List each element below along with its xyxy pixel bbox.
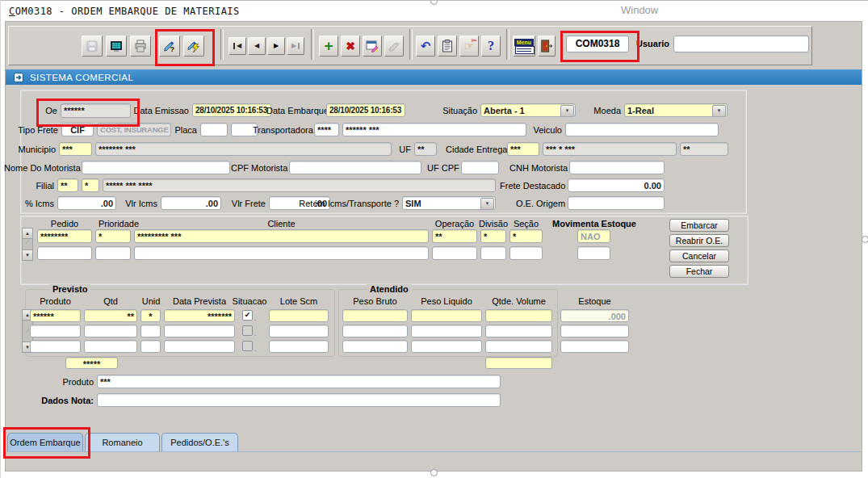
chevron-down-icon[interactable]: ▼: [560, 105, 574, 117]
transportadora-code-field[interactable]: ****: [314, 123, 339, 136]
peso-bruto-cell[interactable]: [342, 309, 408, 322]
lote-scm-cell[interactable]: [269, 340, 329, 353]
cliente-cell[interactable]: ********* ***: [134, 229, 429, 243]
help-button[interactable]: ?: [481, 36, 501, 57]
cancelar-button[interactable]: Cancelar: [669, 249, 729, 262]
print-button[interactable]: [130, 36, 151, 57]
veiculo-field[interactable]: [565, 123, 719, 136]
data-prevista-cell[interactable]: [164, 340, 235, 353]
delete-record-button[interactable]: ✖: [341, 36, 360, 57]
qtd-cell[interactable]: [84, 340, 137, 353]
situacao-checkbox[interactable]: [242, 325, 253, 336]
qtd-cell[interactable]: [84, 325, 137, 338]
placa-field-1[interactable]: [200, 123, 228, 136]
data-prevista-cell[interactable]: *******: [164, 309, 235, 322]
cidade-entrega-name-field: *** * ***: [543, 142, 677, 156]
scroll-track[interactable]: ∕: [23, 239, 32, 249]
qtde-volume-cell[interactable]: [485, 325, 552, 338]
qtd-cell[interactable]: **: [84, 309, 137, 322]
cpf-motorista-field[interactable]: [289, 161, 421, 174]
retem-icms-dropdown[interactable]: SIM ▼: [402, 196, 496, 210]
transportadora-name-field[interactable]: ****** ***: [342, 123, 526, 136]
unid-cell[interactable]: [140, 325, 161, 338]
screen-button[interactable]: [106, 36, 127, 57]
fechar-button[interactable]: Fechar: [669, 265, 729, 278]
peso-liquido-cell[interactable]: [411, 325, 482, 338]
menu-button[interactable]: Menu: [513, 36, 535, 57]
undo-button[interactable]: ↶: [416, 36, 435, 57]
orders-record-scrollbar[interactable]: ▲ ∕ ▼: [22, 228, 33, 261]
embarcar-button[interactable]: Embarcar: [669, 219, 729, 232]
data-prevista-cell[interactable]: [164, 325, 235, 338]
uf-cpf-field[interactable]: [461, 161, 499, 174]
operacao-cell[interactable]: **: [432, 229, 477, 243]
moeda-dropdown[interactable]: 1-Real ▼: [624, 103, 728, 117]
lote-scm-cell[interactable]: [269, 325, 329, 338]
edit-window-button[interactable]: [363, 36, 382, 57]
nome-motorista-field[interactable]: [82, 161, 230, 174]
filial-code1-field[interactable]: **: [57, 178, 78, 192]
divisao-cell[interactable]: *: [480, 229, 506, 243]
operacao-cell[interactable]: [432, 246, 477, 260]
peso-bruto-cell[interactable]: [342, 325, 408, 338]
situacao-dropdown[interactable]: Aberta - 1 ▼: [480, 103, 576, 117]
nav-last-button[interactable]: ▶: [287, 37, 304, 55]
cliente-cell[interactable]: [134, 246, 429, 260]
chevron-down-icon[interactable]: ▼: [480, 198, 494, 210]
dados-nota-field[interactable]: [97, 393, 501, 407]
pedido-cell[interactable]: ********: [37, 229, 92, 243]
produto-cell[interactable]: [30, 340, 81, 353]
secao-cell[interactable]: [509, 246, 543, 260]
nav-prev-button[interactable]: ◀: [248, 37, 266, 55]
peso-bruto-cell[interactable]: [342, 340, 408, 353]
resize-handle-right[interactable]: [862, 236, 868, 243]
municipio-code-field[interactable]: ***: [59, 142, 92, 156]
save-button[interactable]: [82, 36, 103, 57]
reabrir-oe-button[interactable]: Reabrir O.E.: [669, 234, 729, 247]
unid-cell[interactable]: [140, 340, 161, 353]
nav-next-button[interactable]: ▶: [267, 37, 285, 55]
pedido-cell[interactable]: [37, 246, 92, 260]
estoque-cell[interactable]: [560, 325, 629, 338]
produto-cell[interactable]: [30, 325, 81, 338]
insert-record-button[interactable]: +: [319, 36, 338, 57]
produto-cell[interactable]: ******: [30, 309, 81, 322]
vlr-icms-field[interactable]: .00: [161, 196, 221, 210]
tab-romaneio[interactable]: Romaneio: [85, 433, 160, 451]
divisao-cell[interactable]: [480, 246, 506, 260]
secao-cell[interactable]: *: [509, 229, 543, 243]
situacao-checkbox[interactable]: [242, 341, 253, 351]
pct-icms-field[interactable]: .00: [57, 196, 116, 210]
paste-button[interactable]: [438, 36, 457, 57]
resize-handle-top[interactable]: [430, 0, 438, 5]
resize-handle-bottom[interactable]: [430, 469, 438, 476]
scroll-up-icon[interactable]: ▲: [23, 229, 32, 239]
data-emissao-field[interactable]: 28/10/2025 10:16:53: [192, 103, 271, 117]
list-of-values-button[interactable]: ☞ ✂: [459, 36, 479, 57]
estoque-cell[interactable]: [560, 340, 629, 353]
situacao-checkbox[interactable]: ✔: [242, 310, 253, 321]
produto-footer-field[interactable]: ***: [97, 375, 501, 388]
peso-liquido-cell[interactable]: [411, 340, 482, 353]
nav-first-button[interactable]: ◀: [229, 37, 246, 55]
movimenta-estoque-cell[interactable]: [577, 246, 610, 260]
peso-liquido-cell[interactable]: [411, 309, 482, 322]
chevron-down-icon[interactable]: ▼: [712, 105, 726, 117]
filial-code2-field[interactable]: *: [82, 178, 99, 192]
unid-cell[interactable]: *: [140, 309, 161, 322]
oe-origem-field[interactable]: [568, 196, 665, 210]
cidade-entrega-code-field[interactable]: ***: [507, 142, 539, 156]
clear-field-button[interactable]: [384, 36, 404, 57]
frete-destacado-field[interactable]: 0.00: [568, 178, 665, 192]
qtde-volume-cell[interactable]: [485, 340, 552, 353]
cnh-motorista-field[interactable]: [569, 161, 665, 174]
tab-pedidos-oes[interactable]: Pedidos/O.E.'s: [161, 433, 238, 451]
lote-scm-cell[interactable]: [269, 309, 329, 322]
qtde-volume-cell[interactable]: [485, 309, 552, 322]
scroll-down-icon[interactable]: ▼: [23, 249, 32, 260]
prioridade-cell[interactable]: *: [95, 229, 131, 243]
prioridade-cell[interactable]: [95, 246, 131, 260]
exit-button[interactable]: [538, 36, 556, 57]
usuario-input[interactable]: [673, 36, 809, 52]
data-embarque-field[interactable]: 28/10/2025 10:16:53: [326, 103, 405, 117]
